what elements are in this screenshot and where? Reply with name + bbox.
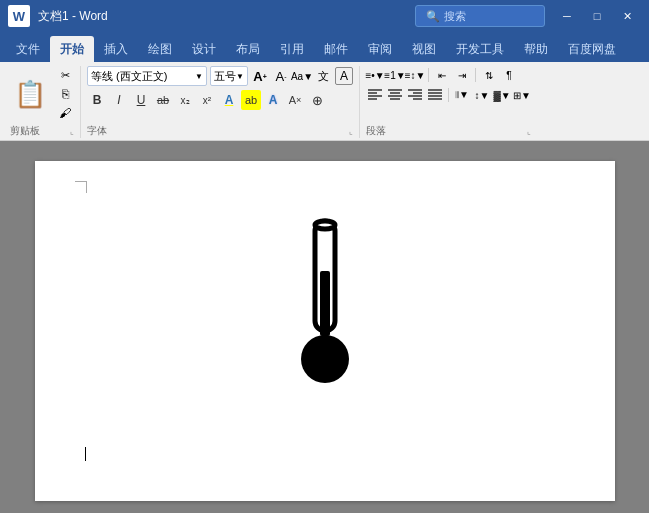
cut-button[interactable]: ✂ [56,66,74,84]
tab-home[interactable]: 开始 [50,36,94,62]
ribbon-toolbar: 📋 ✂ ⎘ 🖌 剪贴板 ⌞ 等线 (西文正文) ▼ [0,62,649,141]
word-logo: W [8,5,30,27]
tab-references[interactable]: 引用 [270,36,314,62]
tab-developer[interactable]: 开发工具 [446,36,514,62]
clipboard-expand-icon[interactable]: ⌞ [70,127,74,136]
decrease-indent-button[interactable]: ⇤ [433,66,451,84]
subscript-button[interactable]: x₂ [175,90,195,110]
font-selector-row: 等线 (西文正文) ▼ 五号 ▼ A+ A- Aa▼ 文 A [87,66,353,86]
align-center-icon [387,88,403,102]
font-color-button[interactable]: A [219,90,239,110]
justify-icon [427,88,443,102]
numbering-button[interactable]: ≡1▼ [386,66,404,84]
paragraph-group: ≡•▼ ≡1▼ ≡↕▼ ⇤ ⇥ ⇅ ¶ [362,66,537,138]
align-right-icon [407,88,423,102]
clipboard-label: 剪贴板 ⌞ [10,122,74,138]
paste-icon: 📋 [14,79,46,110]
show-marks-button[interactable]: ¶ [500,66,518,84]
align-right-button[interactable] [406,86,424,104]
superscript-button[interactable]: x² [197,90,217,110]
separator2 [475,68,476,82]
size-dropdown-icon: ▼ [236,72,244,81]
tab-mailings[interactable]: 邮件 [314,36,358,62]
font-expand-icon[interactable]: ⌞ [349,127,353,136]
tab-insert[interactable]: 插入 [94,36,138,62]
copy-button[interactable]: ⎘ [56,85,74,103]
close-button[interactable]: ✕ [613,4,641,28]
search-box[interactable]: 🔍 搜索 [415,5,545,27]
ribbon-tabs: 文件 开始 插入 绘图 设计 布局 引用 邮件 审阅 视图 开发工具 帮助 百度… [0,32,649,62]
tab-layout[interactable]: 布局 [226,36,270,62]
page-corner-mark [75,181,87,193]
clear-format-button[interactable]: A× [285,90,305,110]
paragraph-content: ≡•▼ ≡1▼ ≡↕▼ ⇤ ⇥ ⇅ ¶ [366,66,531,122]
font-group-label: 字体 ⌞ [87,122,353,138]
title-bar: W 文档1 - Word 🔍 搜索 ─ □ ✕ [0,0,649,32]
clipboard-group: 📋 ✂ ⎘ 🖌 剪贴板 ⌞ [6,66,81,138]
line-spacing-button[interactable]: ↕▼ [473,86,491,104]
font-group: 等线 (西文正文) ▼ 五号 ▼ A+ A- Aa▼ 文 A B I U ab … [83,66,360,138]
font-content: 等线 (西文正文) ▼ 五号 ▼ A+ A- Aa▼ 文 A B I U ab … [87,66,353,122]
window-controls: ─ □ ✕ [553,4,641,28]
align-left-icon [367,88,383,102]
justify-button[interactable] [426,86,444,104]
search-icon: 🔍 [426,10,440,23]
svg-rect-17 [320,271,330,336]
document-area [0,141,649,513]
font-dropdown-icon: ▼ [195,72,203,81]
thermometer-container [85,211,565,391]
minimize-button[interactable]: ─ [553,4,581,28]
separator1 [428,68,429,82]
text-highlight-button[interactable]: A [335,67,353,85]
phonetic-guide-button[interactable]: 文 [314,67,332,85]
sort-button[interactable]: ⇅ [480,66,498,84]
separator3 [448,88,449,102]
paragraph-group-label: 段落 ⌞ [366,122,531,138]
thermometer-icon [285,211,365,391]
shading-button[interactable]: ▓▼ [493,86,511,104]
tab-draw[interactable]: 绘图 [138,36,182,62]
align-center-button[interactable] [386,86,404,104]
tab-view[interactable]: 视图 [402,36,446,62]
text-cursor [85,447,86,461]
columns-button[interactable]: ⫴▼ [453,86,471,104]
font-shrink-button[interactable]: A- [272,67,290,85]
highlight-color-button[interactable]: ab [241,90,261,110]
tab-help[interactable]: 帮助 [514,36,558,62]
tab-review[interactable]: 审阅 [358,36,402,62]
paragraph-expand-icon[interactable]: ⌞ [527,127,531,136]
paragraph-row2: ⫴▼ ↕▼ ▓▼ ⊞▼ [366,86,531,104]
font-grow-button[interactable]: A+ [251,67,269,85]
bullets-button[interactable]: ≡•▼ [366,66,384,84]
change-case-button[interactable]: Aa▼ [293,67,311,85]
italic-button[interactable]: I [109,90,129,110]
bold-button[interactable]: B [87,90,107,110]
tab-file[interactable]: 文件 [6,36,50,62]
underline-button[interactable]: U [131,90,151,110]
font-size-selector[interactable]: 五号 ▼ [210,66,248,86]
maximize-button[interactable]: □ [583,4,611,28]
document-page[interactable] [35,161,615,501]
format-painter-button[interactable]: 🖌 [56,104,74,122]
increase-indent-button[interactable]: ⇥ [453,66,471,84]
align-left-button[interactable] [366,86,384,104]
strikethrough-button[interactable]: ab [153,90,173,110]
clipboard-content: 📋 ✂ ⎘ 🖌 [10,66,74,122]
text-effect-button[interactable]: A [263,90,283,110]
tab-baidu[interactable]: 百度网盘 [558,36,626,62]
svg-rect-20 [315,221,335,229]
font-family-selector[interactable]: 等线 (西文正文) ▼ [87,66,207,86]
svg-point-19 [308,342,342,376]
border-button[interactable]: ⊞▼ [513,86,531,104]
format-row: B I U ab x₂ x² A ab A A× ⊕ [87,90,353,110]
paragraph-row1: ≡•▼ ≡1▼ ≡↕▼ ⇤ ⇥ ⇅ ¶ [366,66,531,84]
tab-design[interactable]: 设计 [182,36,226,62]
paste-button[interactable]: 📋 [10,77,50,112]
window-title: 文档1 - Word [38,8,415,25]
special-char-button[interactable]: ⊕ [307,90,327,110]
multilevel-list-button[interactable]: ≡↕▼ [406,66,424,84]
